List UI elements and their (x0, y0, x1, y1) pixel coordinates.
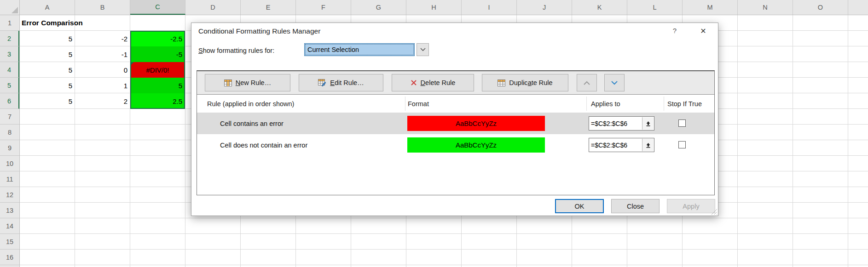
button-label: Edit Rule… (330, 79, 364, 86)
rules-toolbar: New Rule…Edit Rule…Delete RuleDuplicate … (197, 71, 714, 95)
row-header-4[interactable]: 4 (0, 62, 19, 78)
row-header-9[interactable]: 9 (0, 140, 19, 156)
applies-to-input[interactable]: =$C$2:$C$6 (589, 116, 654, 131)
cell-b2[interactable]: -2 (75, 31, 130, 46)
table-edit-icon (318, 79, 326, 86)
close-button[interactable]: Close (611, 199, 660, 213)
rule-name: Cell contains an error (220, 113, 284, 134)
show-formatting-rules-label: Show formatting rules for: (198, 47, 274, 54)
column-header-h[interactable]: H (406, 0, 462, 15)
table-copy-icon (498, 80, 505, 86)
column-header-e[interactable]: E (241, 0, 296, 15)
chevron-down-icon (420, 48, 426, 51)
button-label: Duplicate Rule (509, 79, 552, 86)
cell-c2[interactable]: -2.5 (130, 31, 185, 46)
header-separator (586, 97, 587, 111)
column-header-j[interactable]: J (517, 0, 572, 15)
cell-a4[interactable]: 5 (20, 62, 75, 78)
cell-b6[interactable]: 2 (75, 93, 130, 109)
cell-a5[interactable]: 5 (20, 78, 75, 93)
cell-c4[interactable]: #DIV/0! (130, 62, 185, 78)
row-header-16[interactable]: 16 (0, 250, 19, 265)
row-header-12[interactable]: 12 (0, 187, 19, 203)
duplicate-rule-button[interactable]: Duplicate Rule (482, 74, 568, 91)
dialog-title: Conditional Formatting Rules Manager (198, 27, 320, 35)
column-header-o[interactable]: O (793, 0, 848, 15)
move-rule-down-button[interactable] (604, 74, 625, 91)
row-headers: 12345678910111213141516 (0, 15, 20, 267)
column-header-n[interactable]: N (738, 0, 793, 15)
stop-if-true-checkbox[interactable] (678, 119, 686, 127)
cell-b5[interactable]: 1 (75, 78, 130, 93)
move-rule-up-button[interactable] (577, 74, 597, 91)
new-rule-button[interactable]: New Rule… (205, 74, 290, 91)
column-header-b[interactable]: B (75, 0, 130, 15)
rule-row-1[interactable]: Cell contains an errorAaBbCcYyZz=$C$2:$C… (197, 113, 714, 134)
chevron-down-icon (611, 81, 618, 85)
applies-to-input[interactable]: =$C$2:$C$6 (589, 138, 654, 152)
column-header-d[interactable]: D (185, 0, 241, 15)
column-headers: ABCDEFGHIJKLMNO (20, 0, 868, 15)
apply-button[interactable]: Apply (667, 199, 715, 213)
cell-c5[interactable]: 5 (130, 78, 185, 93)
row-header-13[interactable]: 13 (0, 203, 19, 218)
collapse-dialog-button[interactable] (642, 139, 654, 151)
dropdown-selected-value: Current Selection (305, 44, 414, 55)
cell-b3[interactable]: -1 (75, 46, 130, 62)
ok-button[interactable]: OK (555, 199, 604, 213)
delete-rule-button[interactable]: Delete Rule (392, 74, 474, 91)
row-header-11[interactable]: 11 (0, 171, 19, 187)
collapse-arrow-icon (646, 142, 651, 148)
column-header-c[interactable]: C (130, 0, 185, 15)
stop-if-true-checkbox[interactable] (678, 141, 686, 148)
excel-window: ABCDEFGHIJKLMNO 12345678910111213141516 … (0, 0, 868, 267)
column-header-k[interactable]: K (572, 0, 627, 15)
list-header-2: Applies to (591, 95, 620, 113)
row-header-15[interactable]: 15 (0, 234, 19, 250)
rule-row-2[interactable]: Cell does not contain an errorAaBbCcYyZz… (197, 134, 714, 156)
chevron-up-icon (584, 81, 590, 85)
dropdown-arrow-button[interactable] (417, 43, 429, 56)
cell-a1-title[interactable]: Error Comparison (22, 15, 83, 31)
cell-a6[interactable]: 5 (20, 93, 75, 109)
column-header-m[interactable]: M (683, 0, 738, 15)
list-header-3: Stop If True (667, 95, 702, 113)
error-indicator-icon (130, 62, 134, 66)
header-separator (664, 97, 664, 111)
column-header-i[interactable]: I (462, 0, 517, 15)
column-header-g[interactable]: G (351, 0, 406, 15)
help-icon[interactable]: ? (670, 27, 679, 36)
show-rules-for-dropdown[interactable]: Current Selection (304, 43, 415, 56)
rules-list-panel: New Rule…Edit Rule…Delete RuleDuplicate … (197, 70, 715, 195)
cell-a2[interactable]: 5 (20, 31, 75, 46)
column-header-l[interactable]: L (627, 0, 683, 15)
column-header-a[interactable]: A (20, 0, 75, 15)
row-header-8[interactable]: 8 (0, 125, 19, 140)
applies-to-value: =$C$2:$C$6 (591, 142, 627, 149)
row-header-2[interactable]: 2 (0, 31, 19, 46)
row-header-3[interactable]: 3 (0, 46, 19, 62)
rules-list-header: Rule (applied in order shown)FormatAppli… (197, 95, 714, 113)
cell-a3[interactable]: 5 (20, 46, 75, 62)
rule-name: Cell does not contain an error (220, 134, 307, 156)
row-header-6[interactable]: 6 (0, 93, 19, 109)
select-all-triangle-icon (12, 7, 18, 13)
collapse-dialog-button[interactable] (642, 117, 654, 130)
cell-c6[interactable]: 2.5 (130, 93, 185, 109)
rule-format-preview: AaBbCcYyZz (407, 116, 545, 131)
close-icon[interactable]: ✕ (697, 25, 710, 37)
column-header-f[interactable]: F (296, 0, 351, 15)
table-icon (224, 80, 232, 86)
row-header-5[interactable]: 5 (0, 78, 19, 93)
cell-b4[interactable]: 0 (75, 62, 130, 78)
button-label: New Rule… (236, 79, 271, 86)
row-header-10[interactable]: 10 (0, 156, 19, 171)
list-header-0: Rule (applied in order shown) (207, 95, 294, 113)
cell-c3[interactable]: -5 (130, 46, 185, 62)
button-label: Delete Rule (421, 79, 456, 86)
row-header-7[interactable]: 7 (0, 109, 19, 125)
edit-rule-button[interactable]: Edit Rule… (299, 74, 383, 91)
row-header-14[interactable]: 14 (0, 218, 19, 234)
row-header-1[interactable]: 1 (0, 15, 19, 31)
select-all-corner[interactable] (0, 0, 20, 15)
